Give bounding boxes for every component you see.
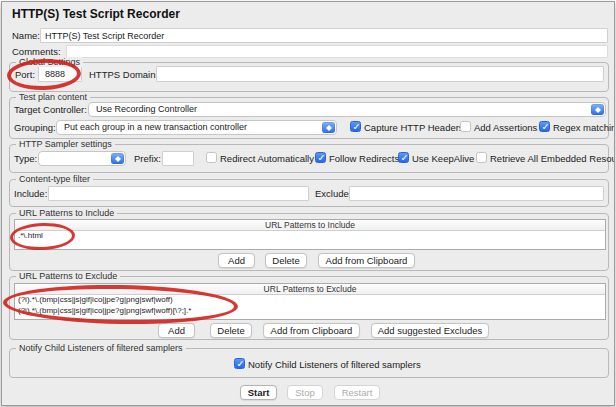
include-patterns-table[interactable]: URL Patterns to Include .*\.html xyxy=(14,219,606,250)
grouping-label: Grouping: xyxy=(14,122,56,133)
notify-child-listeners-label: Notify Child Listeners of filtered sampl… xyxy=(248,359,421,370)
grouping-select[interactable]: Put each group in a new transaction cont… xyxy=(56,120,337,135)
url-patterns-exclude-legend: URL Patterns to Exclude xyxy=(16,271,120,281)
capture-http-headers-label: Capture HTTP Headers xyxy=(364,122,464,133)
add-suggested-excludes-button[interactable]: Add suggested Excludes xyxy=(371,323,489,338)
https-domains-input[interactable] xyxy=(156,66,604,82)
redirect-automatically-checkbox[interactable] xyxy=(206,152,217,163)
start-button[interactable]: Start xyxy=(240,385,277,400)
prefix-label: Prefix: xyxy=(134,153,161,164)
table-row[interactable]: (?i).*\.(bmp|css|js|gif|ico|jpe?g|png|sw… xyxy=(15,306,605,317)
exclude-filter-label: Exclude: xyxy=(315,188,351,199)
https-domains-label: HTTPS Domains : xyxy=(89,69,166,80)
target-controller-select[interactable]: Use Recording Controller xyxy=(88,102,606,117)
http-sampler-settings-legend: HTTP Sampler settings xyxy=(16,139,115,149)
target-controller-label: Target Controller: xyxy=(14,104,87,115)
include-filter-label: Include: xyxy=(14,188,47,199)
include-add-button[interactable]: Add xyxy=(218,253,255,268)
include-patterns-table-header: URL Patterns to Include xyxy=(15,220,605,231)
url-patterns-include-legend: URL Patterns to Include xyxy=(16,208,117,218)
follow-redirects-checkbox[interactable] xyxy=(315,152,326,163)
exclude-add-from-clipboard-button[interactable]: Add from Clipboard xyxy=(263,323,360,338)
use-keepalive-checkbox[interactable] xyxy=(398,152,409,163)
table-row[interactable]: .*\.html xyxy=(15,231,605,242)
test-plan-content-legend: Test plan content xyxy=(16,92,90,102)
exclude-add-button[interactable]: Add xyxy=(158,323,195,338)
include-add-from-clipboard-button[interactable]: Add from Clipboard xyxy=(318,253,415,268)
include-delete-button[interactable]: Delete xyxy=(265,253,307,268)
comments-input[interactable] xyxy=(66,45,608,58)
redirect-automatically-label: Redirect Automatically xyxy=(220,153,314,164)
follow-redirects-label: Follow Redirects xyxy=(329,153,399,164)
regex-matching-label: Regex matching xyxy=(553,122,615,133)
recorder-panel: HTTP(S) Test Script Recorder Name: HTTP(… xyxy=(1,1,615,406)
chevron-updown-icon[interactable] xyxy=(591,104,604,115)
name-label: Name: xyxy=(12,30,40,41)
global-settings-legend: Global Settings xyxy=(16,57,83,67)
grouping-value: Put each group in a new transaction cont… xyxy=(64,122,247,132)
exclude-patterns-table-header: URL Patterns to Exclude xyxy=(15,284,605,295)
retrieve-embedded-resources-label: Retrieve All Embedded Resources xyxy=(490,153,615,164)
exclude-patterns-table[interactable]: URL Patterns to Exclude (?i).*\.(bmp|css… xyxy=(14,283,606,320)
target-controller-value: Use Recording Controller xyxy=(96,104,197,114)
exclude-filter-input[interactable] xyxy=(349,186,604,201)
chevron-updown-icon[interactable] xyxy=(322,122,335,133)
comments-label: Comments: xyxy=(12,46,61,57)
port-label: Port: xyxy=(15,69,35,80)
notify-legend: Notify Child Listeners of filtered sampl… xyxy=(16,343,186,353)
capture-http-headers-checkbox[interactable] xyxy=(350,121,361,132)
name-input[interactable]: HTTP(S) Test Script Recorder xyxy=(40,28,608,43)
include-filter-input[interactable] xyxy=(48,186,309,201)
use-keepalive-label: Use KeepAlive xyxy=(412,153,474,164)
type-select[interactable] xyxy=(38,151,126,166)
exclude-delete-button[interactable]: Delete xyxy=(210,323,252,338)
table-row[interactable]: (?i).*\.(bmp|css|js|gif|ico|jpe?g|png|sw… xyxy=(15,295,605,306)
prefix-input[interactable] xyxy=(162,151,194,166)
page-title: HTTP(S) Test Script Recorder xyxy=(12,7,180,21)
retrieve-embedded-resources-checkbox[interactable] xyxy=(476,152,487,163)
add-assertions-checkbox[interactable] xyxy=(460,121,471,132)
regex-matching-checkbox[interactable] xyxy=(539,121,550,132)
add-assertions-label: Add Assertions xyxy=(474,122,537,133)
stop-button[interactable]: Stop xyxy=(287,385,323,400)
type-label: Type: xyxy=(14,153,37,164)
content-type-filter-legend: Content-type filter xyxy=(16,174,93,184)
chevron-updown-icon[interactable] xyxy=(111,153,124,164)
notify-child-listeners-checkbox[interactable] xyxy=(234,358,245,369)
port-input[interactable]: 8888 xyxy=(38,66,82,82)
restart-button[interactable]: Restart xyxy=(334,385,380,400)
